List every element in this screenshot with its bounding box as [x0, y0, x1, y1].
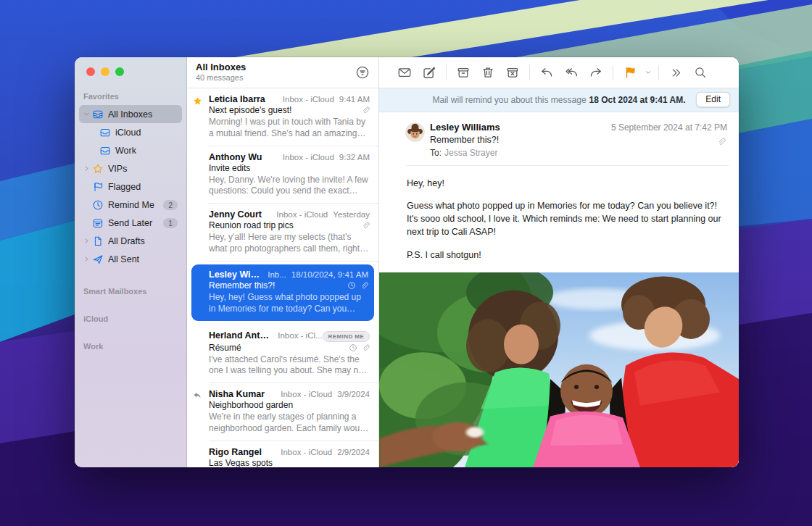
- message-mailbox: Inbox - iCloud: [270, 210, 328, 219]
- sidebar-item-label: Remind Me: [108, 200, 163, 210]
- message-sender: Anthony Wu: [209, 152, 262, 162]
- message-mailbox: Inbox - iCloud: [277, 153, 334, 162]
- mailbox-title: All Inboxes: [196, 62, 355, 72]
- inbox-tray-icon: [98, 145, 112, 156]
- replied-arrow-icon: [193, 391, 203, 400]
- list-item-anthony-wu-1[interactable]: Anthony Wu Inbox - iCloud 9:32 AM Invite…: [187, 146, 378, 204]
- compose-icon[interactable]: [417, 62, 442, 83]
- message-sender: Herland Antezana: [209, 330, 272, 341]
- message-time: Yesterday: [333, 210, 370, 219]
- message-subject: Remember this?!: [209, 280, 275, 291]
- sidebar-item-work[interactable]: Work: [79, 141, 182, 159]
- archive-icon[interactable]: [451, 62, 476, 83]
- list-item-herland-antezana-4[interactable]: Herland Antezana Inbox - iCl...REMIND ME…: [187, 325, 378, 384]
- sidebar-item-label: All Sent: [108, 254, 179, 264]
- edit-reminder-button[interactable]: Edit: [696, 92, 730, 107]
- flag-menu-icon[interactable]: [642, 62, 654, 83]
- sidebar-item-all-sent[interactable]: All Sent: [79, 250, 182, 268]
- remind-banner-datetime: 18 Oct 2024 at 9:41 AM.: [589, 95, 686, 105]
- reminder-clock-icon: [349, 343, 357, 352]
- message-sender: Lesley Will...: [209, 270, 262, 280]
- toolbar-separator: [446, 65, 447, 80]
- sidebar-item-label: iCloud: [115, 128, 179, 138]
- body-paragraph: P.S. I call shotgun!: [407, 249, 723, 262]
- message-time: 9:32 AM: [339, 153, 370, 162]
- sidebar-item-label: All Inboxes: [108, 109, 179, 120]
- message-list: Leticia Ibarra Inbox - iCloud 9:41 AM Ne…: [187, 88, 378, 467]
- recipient-name[interactable]: Jessa Strayer: [444, 148, 497, 158]
- search-icon[interactable]: [688, 62, 713, 83]
- forward-icon[interactable]: [584, 62, 608, 83]
- paperclip-icon: [360, 281, 368, 290]
- message-preview: Hey, Danny. We're loving the invite! A f…: [209, 175, 370, 198]
- star-icon[interactable]: [193, 96, 203, 106]
- sidebar-section-header-smart-mailboxes: Smart Mailboxes: [75, 287, 186, 296]
- message-list-header: All Inboxes 40 messages: [187, 57, 378, 88]
- chevron-right-icon[interactable]: [82, 237, 91, 245]
- sidebar-item-label: All Drafts: [108, 236, 179, 246]
- message-date: 5 September 2024 at 7:42 PM: [611, 122, 727, 133]
- message-preview: I've attached Carol's résumé. She's the …: [209, 354, 370, 377]
- unread-badge: 1: [163, 218, 178, 228]
- inbox-tray-icon: [98, 127, 112, 138]
- message-time: 2/9/2024: [337, 448, 370, 456]
- chevron-right-icon[interactable]: [82, 255, 91, 263]
- list-item-nisha-kumar-5[interactable]: Nisha Kumar Inbox - iCloud 3/9/2024 Neig…: [187, 383, 378, 441]
- message-subject: Las Vegas spots: [209, 458, 273, 467]
- list-item-leticia-ibarra-0[interactable]: Leticia Ibarra Inbox - iCloud 9:41 AM Ne…: [187, 88, 378, 146]
- sidebar-item-all-inboxes[interactable]: All Inboxes: [79, 105, 182, 123]
- chevron-right-icon[interactable]: [82, 164, 91, 172]
- sidebar-section-header-work: Work: [75, 342, 186, 351]
- close-window-button[interactable]: [86, 67, 95, 76]
- flag-icon[interactable]: [618, 62, 642, 83]
- message-subject: Invite edits: [209, 163, 250, 173]
- message-mailbox: Inbox - iCloud: [277, 95, 334, 104]
- attachment-paperclip-icon[interactable]: [716, 137, 726, 146]
- sidebar-section-header-icloud: iCloud: [75, 314, 186, 323]
- reply-icon[interactable]: [534, 62, 559, 83]
- sidebar-item-all-drafts[interactable]: All Drafts: [79, 232, 182, 250]
- message-time: 18/10/2024, 9:41 AM: [291, 270, 368, 279]
- sender-avatar: [405, 122, 425, 142]
- message-mailbox: Inbox - iCloud: [275, 448, 332, 456]
- message-subject: Next episode's guest!: [209, 105, 291, 115]
- message-body: Hey, hey! Guess what photo popped up in …: [379, 166, 739, 272]
- toolbar-separator: [529, 65, 530, 80]
- recipient-line: To:Jessa Strayer: [430, 148, 727, 158]
- list-item-lesley-will-3[interactable]: Lesley Will... Inb... 18/10/2024, 9:41 A…: [191, 264, 374, 321]
- zoom-window-button[interactable]: [115, 67, 124, 76]
- reminder-clock-icon: [347, 281, 356, 290]
- toolbar: [379, 57, 739, 88]
- attachment-photo[interactable]: [379, 272, 739, 467]
- remind-banner-text: Mail will remind you about this message: [432, 95, 586, 105]
- get-mail-icon[interactable]: [392, 62, 417, 83]
- message-sender: Leticia Ibarra: [209, 94, 265, 104]
- message-subject: Reunion road trip pics: [209, 220, 294, 230]
- message-mailbox: Inbox - iCloud: [275, 390, 332, 398]
- sidebar-item-send-later[interactable]: Send Later1: [79, 214, 182, 232]
- sidebar-item-label: Work: [115, 146, 179, 156]
- paperclip-icon: [361, 221, 370, 230]
- sidebar-item-vips[interactable]: VIPs: [79, 159, 182, 178]
- list-item-rigo-rangel-6[interactable]: Rigo Rangel Inbox - iCloud 2/9/2024 Las …: [187, 441, 378, 467]
- message-sender: Nisha Kumar: [209, 389, 265, 399]
- sidebar-item-remind-me[interactable]: Remind Me2: [79, 196, 182, 214]
- sidebar: FavoritesAll InboxesiCloudWorkVIPsFlagge…: [75, 57, 187, 467]
- filter-icon[interactable]: [355, 65, 370, 80]
- more-toolbar-items-icon[interactable]: [663, 62, 688, 83]
- reply-all-icon[interactable]: [559, 62, 584, 83]
- junk-icon[interactable]: [500, 62, 525, 83]
- trash-icon[interactable]: [476, 62, 500, 83]
- sidebar-item-icloud[interactable]: iCloud: [79, 123, 182, 141]
- minimize-window-button[interactable]: [101, 67, 109, 76]
- message-sender: Rigo Rangel: [209, 447, 262, 457]
- sidebar-item-flagged[interactable]: Flagged: [79, 178, 182, 196]
- chevron-down-icon[interactable]: [82, 110, 91, 118]
- toolbar-separator: [658, 65, 659, 80]
- window-controls: [75, 67, 186, 76]
- sidebar-item-label: VIPs: [108, 164, 179, 174]
- paperplane-icon: [91, 254, 104, 265]
- unread-badge: 2: [163, 200, 178, 210]
- list-item-jenny-court-2[interactable]: Jenny Court Inbox - iCloud Yesterday Reu…: [187, 204, 378, 262]
- message-header: Lesley Williams Remember this?! To:Jessa…: [379, 112, 739, 166]
